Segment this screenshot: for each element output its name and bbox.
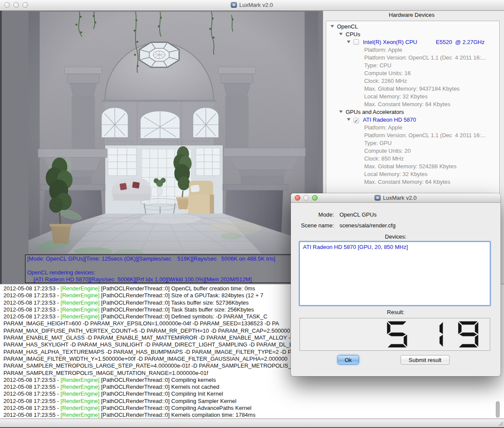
main-window-title: LuxMark v2.0 xyxy=(0,2,504,8)
main-titlebar: LuxMark v2.0 xyxy=(0,0,504,11)
lcd-digit xyxy=(422,321,443,348)
tree-branch-row[interactable]: OpenCL xyxy=(326,23,499,31)
device-list-item[interactable]: ATI Radeon HD 5870 [GPU, 20, 850 MHz] xyxy=(300,242,490,250)
tree-device-row[interactable]: Intel(R) Xeon(R) CPU E5520 @ 2.27GHz xyxy=(326,38,499,46)
tree-detail-row[interactable]: Compute Units: 16 xyxy=(326,69,499,77)
tree-device-row[interactable]: ✓ATI Radeon HD 5870 xyxy=(326,116,499,124)
tree-detail-row[interactable]: Type: GPU xyxy=(326,139,499,147)
log-line: 2012-05-08 17:23:55 - [RenderEngine] [Pa… xyxy=(3,390,504,397)
tree-row-label: Max. Global Memory: 524288 Kbytes xyxy=(364,163,457,170)
device-checkbox[interactable] xyxy=(353,39,359,45)
submit-result-button[interactable]: Submit result xyxy=(400,355,450,365)
tree-row-label: Clock: 850 MHz xyxy=(364,155,404,162)
tree-row-label: Max. Global Memory: 9437184 Kbytes xyxy=(364,85,460,92)
lcd-digit xyxy=(387,321,407,348)
tree-row-label: Max. Constant Memory: 64 Kbytes xyxy=(364,101,450,107)
tree-row-label: Platform Version: OpenCL 1.1 (Dec 4 2011… xyxy=(364,54,486,61)
status-bar: [Mode: OpenCL GPUs][Time: 125secs (OK)][… xyxy=(0,419,504,427)
tree-row-label: Clock: 2260 MHz xyxy=(364,78,407,84)
log-tag: [RenderEngine] xyxy=(60,313,99,320)
render-stats-overlay: [Mode: OpenCL GPUs][Time: 125secs (OK)][… xyxy=(25,255,318,283)
result-lcd-display xyxy=(299,318,490,351)
tree-detail-row[interactable]: Platform: Apple xyxy=(326,46,499,54)
result-label: Result: xyxy=(291,309,501,315)
tree-row-label: Local Memory: 32 Kbytes xyxy=(364,93,428,100)
log-tag: [RenderEngine] xyxy=(60,405,99,411)
scene-row: Scene name: scenes/sala/render.cfg xyxy=(291,222,501,229)
tree-detail-row[interactable]: Clock: 2260 MHz xyxy=(326,77,499,85)
tree-detail-row[interactable]: Compute Units: 20 xyxy=(326,147,499,155)
tree-row-label: Compute Units: 20 xyxy=(364,148,411,154)
overlay-line: [Mode: OpenCL GPUs][Time: 125secs (OK)][… xyxy=(27,255,316,262)
log-scrollbar-thumb[interactable] xyxy=(496,401,500,418)
log-line: 2012-05-08 17:23:55 - [RenderEngine] [Pa… xyxy=(3,398,504,405)
overlay-line: OpenCL rendering devices: xyxy=(27,269,316,276)
tree-detail-row[interactable]: Max. Global Memory: 9437184 Kbytes xyxy=(326,85,499,93)
tree-detail-row[interactable]: Local Memory: 32 Kbytes xyxy=(326,170,499,178)
disclosure-triangle-icon[interactable] xyxy=(347,41,350,43)
disclosure-triangle-icon[interactable] xyxy=(347,118,350,121)
hardware-devices-title: Hardware Devices xyxy=(324,12,500,18)
log-tag: [RenderEngine] xyxy=(60,390,99,397)
disclosure-triangle-icon[interactable] xyxy=(331,25,334,28)
dialog-titlebar: LuxMark v2.0 xyxy=(291,193,501,203)
tree-row-label: ATI Radeon HD 5870 xyxy=(363,116,416,123)
tree-detail-row[interactable]: Max. Global Memory: 524288 Kbytes xyxy=(326,163,499,170)
mode-label: Mode: xyxy=(291,211,334,218)
log-tag: [RenderEngine] xyxy=(60,412,99,418)
rendered-scene-image xyxy=(28,12,318,254)
scene-name-label: Scene name: xyxy=(291,222,334,229)
devices-label: Devices: xyxy=(291,233,501,240)
overlay-line: [ATI Radeon HD 5870][Rays/sec 5006K][Prf… xyxy=(27,276,316,283)
device-checkbox[interactable]: ✓ xyxy=(353,118,359,123)
tree-row-label: Platform: Apple xyxy=(364,47,402,53)
tree-row-label: Platform Version: OpenCL 1.1 (Dec 4 2011… xyxy=(364,132,486,138)
tree-row-label: Type: CPU xyxy=(364,62,391,69)
log-tag: [RenderEngine] xyxy=(60,384,99,390)
dialog-title: LuxMark v2.0 xyxy=(291,195,501,201)
tree-detail-row[interactable]: Max. Constant Memory: 64 Kbytes xyxy=(326,178,499,186)
luxmark-main-window: LuxMark v2.0 xyxy=(0,0,504,428)
log-line: 2012-05-08 17:23:55 - [RenderEngine] [Pa… xyxy=(3,405,504,412)
tree-row-label: CPUs xyxy=(346,31,360,38)
log-line: 2012-05-08 17:23:53 - [RenderEngine] [Pa… xyxy=(3,377,504,384)
lcd-digit xyxy=(458,321,479,348)
tree-row-label: GPUs and Accelerators xyxy=(346,109,404,115)
overlay-line xyxy=(27,262,316,269)
scene-name-value: scenes/sala/render.cfg xyxy=(340,222,396,229)
disclosure-triangle-icon[interactable] xyxy=(339,33,343,35)
log-line: 2012-05-08 17:23:55 - [RenderEngine] [Pa… xyxy=(3,412,504,419)
tree-detail-row[interactable]: Max. Constant Memory: 64 Kbytes xyxy=(326,101,499,108)
disclosure-triangle-icon[interactable] xyxy=(339,110,343,113)
tree-detail-row[interactable]: Local Memory: 32 Kbytes xyxy=(326,93,499,101)
devices-list[interactable]: ATI Radeon HD 5870 [GPU, 20, 850 MHz] xyxy=(299,242,490,305)
tree-branch-row[interactable]: GPUs and Accelerators xyxy=(326,108,499,116)
tree-detail-row[interactable]: Platform Version: OpenCL 1.1 (Dec 4 2011… xyxy=(326,54,499,62)
tree-row-label: Intel(R) Xeon(R) CPU E5520 @ 2.27GHz xyxy=(363,39,485,45)
ok-button[interactable]: Ok xyxy=(337,355,359,365)
tree-row-label: Platform: Apple xyxy=(364,124,402,131)
log-tag: [RenderEngine] xyxy=(60,377,99,383)
tree-detail-row[interactable]: Clock: 850 MHz xyxy=(326,155,499,163)
tree-row-label: Compute Units: 16 xyxy=(364,70,411,76)
mode-row: Mode: OpenCL GPUs xyxy=(291,211,501,218)
tree-row-label: Local Memory: 32 Kbytes xyxy=(364,171,428,177)
app-icon xyxy=(231,2,237,8)
tree-branch-row[interactable]: CPUs xyxy=(326,31,499,38)
tree-row-label: OpenCL xyxy=(337,23,358,30)
tree-detail-row[interactable]: Type: CPU xyxy=(326,62,499,69)
mode-value: OpenCL GPUs xyxy=(340,211,377,218)
log-tag: [RenderEngine] xyxy=(60,306,99,313)
log-tag: [RenderEngine] xyxy=(60,398,99,404)
log-tag: [RenderEngine] xyxy=(60,292,99,299)
resize-grip[interactable] xyxy=(498,420,504,426)
log-tag: [RenderEngine] xyxy=(60,299,99,306)
dialog-app-icon xyxy=(375,195,381,201)
log-line: 2012-05-08 17:23:55 - [RenderEngine] [Pa… xyxy=(3,384,504,390)
log-tag: [RenderEngine] xyxy=(60,285,99,292)
tree-detail-row[interactable]: Platform: Apple xyxy=(326,124,499,132)
render-viewport: [Mode: OpenCL GPUs][Time: 125secs (OK)][… xyxy=(2,11,323,284)
tree-row-label: Max. Constant Memory: 64 Kbytes xyxy=(364,179,450,185)
tree-detail-row[interactable]: Platform Version: OpenCL 1.1 (Dec 4 2011… xyxy=(326,132,499,139)
tree-row-label: Type: GPU xyxy=(364,140,392,146)
